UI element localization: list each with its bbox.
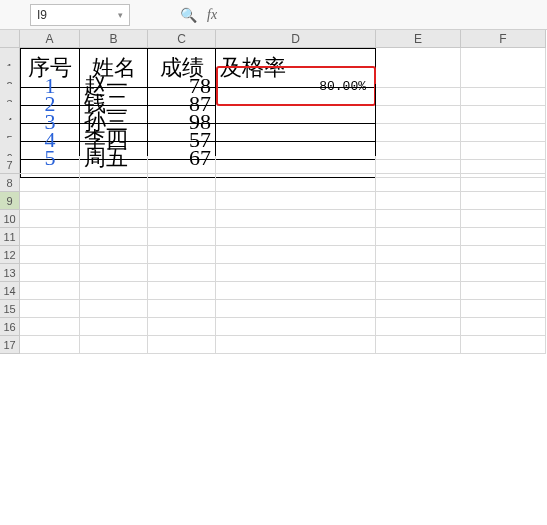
cell[interactable] — [80, 192, 148, 210]
cell[interactable] — [216, 264, 376, 282]
cell[interactable] — [376, 282, 461, 300]
cell[interactable] — [376, 318, 461, 336]
cell[interactable] — [20, 228, 80, 246]
row-header[interactable]: 14 — [0, 282, 20, 300]
name-box-value: I9 — [37, 8, 47, 22]
cell[interactable] — [461, 300, 546, 318]
fx-area: 🔍 fx — [180, 7, 217, 23]
cell[interactable] — [148, 336, 216, 354]
cell[interactable] — [461, 156, 546, 174]
cell[interactable] — [80, 300, 148, 318]
cell[interactable] — [148, 192, 216, 210]
cell[interactable] — [461, 210, 546, 228]
cell[interactable] — [20, 300, 80, 318]
cell[interactable] — [80, 174, 148, 192]
formula-bar: I9 ▾ 🔍 fx — [0, 0, 547, 30]
cell[interactable] — [461, 336, 546, 354]
cell[interactable] — [461, 246, 546, 264]
col-header-C[interactable]: C — [148, 30, 216, 48]
cell[interactable] — [216, 318, 376, 336]
cell[interactable] — [148, 210, 216, 228]
cell[interactable] — [80, 264, 148, 282]
row-header[interactable]: 12 — [0, 246, 20, 264]
row-header[interactable]: 10 — [0, 210, 20, 228]
cell[interactable] — [148, 246, 216, 264]
row-header[interactable]: 17 — [0, 336, 20, 354]
cell[interactable] — [80, 318, 148, 336]
cell[interactable] — [376, 246, 461, 264]
select-all-corner[interactable] — [0, 30, 20, 48]
cell[interactable] — [148, 300, 216, 318]
cell[interactable] — [20, 336, 80, 354]
cell[interactable] — [20, 174, 80, 192]
cell[interactable] — [216, 282, 376, 300]
cell[interactable] — [148, 156, 216, 174]
cell[interactable] — [80, 228, 148, 246]
row-header[interactable]: 7 — [0, 156, 20, 174]
cell[interactable] — [216, 156, 376, 174]
cell[interactable] — [461, 174, 546, 192]
cell[interactable] — [148, 264, 216, 282]
cell[interactable] — [216, 228, 376, 246]
cell[interactable] — [376, 228, 461, 246]
cell[interactable] — [216, 336, 376, 354]
col-header-D[interactable]: D — [216, 30, 376, 48]
cell[interactable] — [20, 318, 80, 336]
cell[interactable] — [80, 210, 148, 228]
cell[interactable] — [148, 282, 216, 300]
cell[interactable] — [148, 174, 216, 192]
row-header[interactable]: 9 — [0, 192, 20, 210]
cell[interactable] — [80, 246, 148, 264]
cell[interactable] — [20, 210, 80, 228]
cell[interactable] — [461, 282, 546, 300]
cell[interactable] — [376, 210, 461, 228]
cell[interactable] — [376, 264, 461, 282]
row-header[interactable]: 8 — [0, 174, 20, 192]
cell[interactable] — [20, 282, 80, 300]
spreadsheet-grid[interactable]: A B C D E F 1 序号 姓名 成绩 及格率 2 1 赵一 78 80.… — [0, 30, 547, 354]
cell[interactable] — [20, 246, 80, 264]
cell[interactable] — [376, 336, 461, 354]
cell[interactable] — [216, 210, 376, 228]
col-header-F[interactable]: F — [461, 30, 546, 48]
cell[interactable] — [461, 228, 546, 246]
cell[interactable] — [461, 264, 546, 282]
cell[interactable] — [216, 246, 376, 264]
cell[interactable] — [20, 156, 80, 174]
row-header[interactable]: 16 — [0, 318, 20, 336]
row-header[interactable]: 13 — [0, 264, 20, 282]
cell[interactable] — [461, 318, 546, 336]
cell[interactable] — [376, 300, 461, 318]
cell[interactable] — [216, 300, 376, 318]
search-icon[interactable]: 🔍 — [180, 7, 197, 23]
row-header[interactable]: 11 — [0, 228, 20, 246]
cell[interactable] — [148, 228, 216, 246]
cell[interactable] — [20, 264, 80, 282]
cell[interactable] — [461, 192, 546, 210]
col-header-E[interactable]: E — [376, 30, 461, 48]
cell[interactable] — [20, 192, 80, 210]
fx-icon[interactable]: fx — [207, 7, 217, 23]
col-header-A[interactable]: A — [20, 30, 80, 48]
cell[interactable] — [80, 282, 148, 300]
cell[interactable] — [80, 336, 148, 354]
col-header-B[interactable]: B — [80, 30, 148, 48]
cell[interactable] — [376, 174, 461, 192]
cell[interactable] — [80, 156, 148, 174]
row-header[interactable]: 15 — [0, 300, 20, 318]
cell[interactable] — [216, 192, 376, 210]
name-box[interactable]: I9 ▾ — [30, 4, 130, 26]
cell[interactable] — [216, 174, 376, 192]
cell[interactable] — [148, 318, 216, 336]
chevron-down-icon[interactable]: ▾ — [118, 10, 123, 20]
cell[interactable] — [376, 156, 461, 174]
cell[interactable] — [376, 192, 461, 210]
